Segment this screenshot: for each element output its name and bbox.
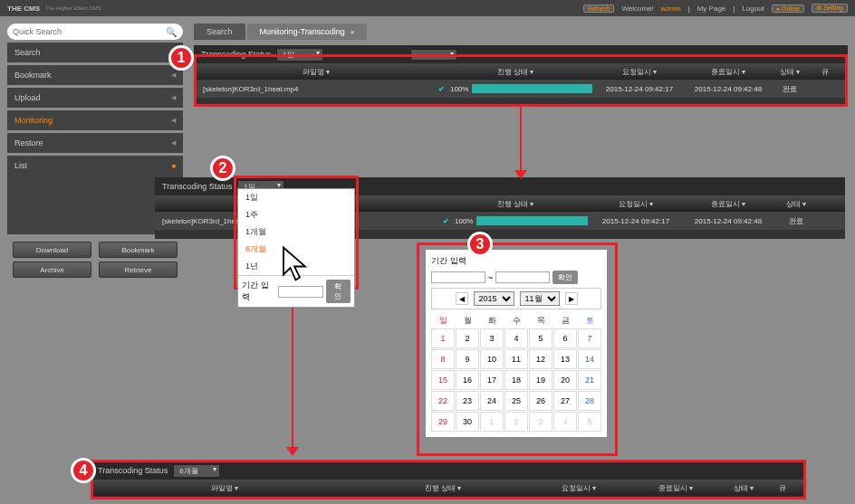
- retrieve-button[interactable]: Retrieve: [99, 262, 178, 278]
- setting-button[interactable]: ⚙ Setting: [812, 4, 848, 13]
- logout-link[interactable]: Logout: [742, 5, 764, 13]
- cal-day[interactable]: 13: [553, 349, 577, 369]
- sidebar-item-search[interactable]: Search: [7, 43, 183, 62]
- sidebar-item-monitoring[interactable]: Monitoring◀: [7, 110, 183, 130]
- cal-day[interactable]: 6: [553, 328, 577, 348]
- month-select[interactable]: 11월: [520, 291, 560, 306]
- sidebar: 🔍 Search Bookmark◀ Upload◀ Monitoring◀ R…: [7, 24, 183, 278]
- cal-day[interactable]: 11: [504, 349, 528, 369]
- app-title: THE CMS: [7, 5, 40, 13]
- sidebar-item-bookmark[interactable]: Bookmark◀: [7, 65, 183, 85]
- app-subtitle: The Higher Effect CMS: [45, 5, 101, 11]
- search-icon[interactable]: 🔍: [165, 25, 178, 38]
- date-to-input[interactable]: [495, 271, 550, 283]
- badge-2: 2: [210, 156, 235, 181]
- custom-period-input[interactable]: [278, 286, 323, 298]
- cal-day[interactable]: 5: [578, 412, 601, 432]
- cal-day[interactable]: 5: [529, 328, 552, 348]
- cal-day[interactable]: 19: [529, 370, 552, 390]
- date-from-input[interactable]: [431, 271, 485, 283]
- cal-day[interactable]: 3: [529, 412, 552, 432]
- cal-day[interactable]: 12: [529, 349, 552, 369]
- cal-day[interactable]: 4: [504, 328, 528, 348]
- tab-search[interactable]: Search: [194, 24, 245, 40]
- sidebar-item-restore[interactable]: Restore◀: [7, 133, 183, 153]
- cal-day[interactable]: 18: [504, 370, 528, 390]
- cal-day[interactable]: 17: [480, 370, 504, 390]
- cal-day[interactable]: 21: [578, 370, 601, 390]
- cal-day[interactable]: 4: [553, 412, 577, 432]
- next-month-button[interactable]: ▶: [565, 292, 578, 305]
- archive-button[interactable]: Archive: [13, 262, 91, 278]
- cal-day[interactable]: 28: [578, 391, 601, 411]
- cal-day[interactable]: 7: [578, 328, 601, 348]
- cal-day[interactable]: 10: [480, 349, 504, 369]
- tab-monitoring[interactable]: Monitoring-Transcoding×: [247, 24, 368, 40]
- prev-month-button[interactable]: ◀: [456, 292, 468, 305]
- cal-day[interactable]: 25: [504, 391, 528, 411]
- cal-day[interactable]: 3: [480, 328, 504, 348]
- online-badge: ● Online: [772, 5, 804, 13]
- cal-day[interactable]: 30: [456, 412, 479, 432]
- badge-4: 4: [71, 458, 96, 483]
- cal-day[interactable]: 20: [553, 370, 577, 390]
- badge-1: 1: [168, 45, 194, 71]
- cal-day[interactable]: 24: [480, 391, 504, 411]
- dd-option[interactable]: 1개월: [238, 223, 354, 241]
- cal-day[interactable]: 22: [431, 391, 455, 411]
- cal-day[interactable]: 1: [480, 412, 504, 432]
- period-dropdown-list[interactable]: 1일 1주 1개월 6개월 1년 기간 입력 확인: [237, 188, 355, 308]
- calendar-grid: 일 월 화 수 목 금 토 1 2 3 4 5 6 7 8 9 10 11 12…: [431, 313, 601, 432]
- refresh-button[interactable]: Refresh: [583, 5, 615, 13]
- cal-day[interactable]: 15: [431, 370, 455, 390]
- year-select[interactable]: 2015: [474, 291, 514, 306]
- cal-day[interactable]: 1: [431, 328, 455, 348]
- cal-day[interactable]: 9: [456, 349, 479, 369]
- sidebar-item-upload[interactable]: Upload◀: [7, 88, 183, 108]
- dd-option[interactable]: 1일: [238, 189, 354, 206]
- dd-option[interactable]: 1년: [238, 258, 354, 275]
- download-button[interactable]: Download: [13, 242, 91, 258]
- quick-search[interactable]: 🔍: [7, 24, 183, 40]
- dd-option-selected[interactable]: 6개월: [238, 241, 354, 258]
- cal-ok-button[interactable]: 확인: [552, 271, 578, 284]
- app-header: THE CMS The Higher Effect CMS Refresh We…: [0, 0, 855, 16]
- cal-day[interactable]: 16: [456, 370, 479, 390]
- cal-day[interactable]: 29: [431, 412, 455, 432]
- close-icon[interactable]: ×: [351, 28, 355, 36]
- cal-day[interactable]: 26: [529, 391, 552, 411]
- cal-day[interactable]: 27: [553, 391, 577, 411]
- sidebar-item-list[interactable]: List■: [7, 156, 183, 176]
- welcome-text: Welcome!: [621, 5, 653, 13]
- ok-button[interactable]: 확인: [326, 280, 351, 303]
- mypage-link[interactable]: My Page: [697, 5, 726, 13]
- admin-name: admin: [661, 5, 681, 13]
- tabs: Search Monitoring-Transcoding×: [194, 24, 367, 40]
- cal-day[interactable]: 8: [431, 349, 455, 369]
- dd-option[interactable]: 1주: [238, 206, 354, 223]
- calendar-popup: 기간 입력 ~ 확인 ◀ 2015 11월 ▶ 일 월 화 수 목 금 토 1 …: [426, 250, 607, 437]
- cal-day[interactable]: 23: [456, 391, 479, 411]
- badge-3: 3: [467, 232, 493, 257]
- cal-day[interactable]: 2: [456, 328, 479, 348]
- search-input[interactable]: [13, 27, 165, 36]
- cal-day[interactable]: 14: [578, 349, 601, 369]
- bookmark-button[interactable]: Bookmark: [99, 242, 178, 258]
- cal-day[interactable]: 2: [504, 412, 528, 432]
